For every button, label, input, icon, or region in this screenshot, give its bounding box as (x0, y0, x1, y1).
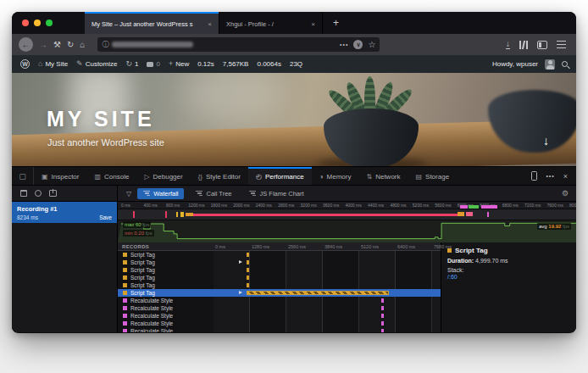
tab-performance[interactable]: ◴Performance (248, 167, 312, 185)
recalculate-style-icon (123, 298, 127, 303)
view-tab-js-flame-chart[interactable]: JS Flame Chart (243, 188, 309, 199)
waterfall-marker[interactable] (381, 329, 384, 332)
new-tab-button[interactable]: + (322, 12, 349, 34)
wp-my-site-link[interactable]: ⌂ My Site (38, 60, 68, 68)
wp-stat-memory: 7,567KB (223, 60, 249, 68)
downloads-icon[interactable]: ↓ (506, 40, 510, 49)
overview-ruler-tick: 4000 ms (346, 203, 362, 208)
waterfall-marker[interactable] (247, 253, 249, 257)
home-button[interactable]: ⌂ (80, 41, 85, 49)
waterfall-marker[interactable] (247, 283, 249, 287)
record-row-script[interactable]: Script Tag (118, 274, 441, 281)
address-bar[interactable]: ⓘ ••• ∨ ☆ (97, 37, 380, 52)
wp-comments-link[interactable]: 0 (147, 60, 159, 68)
plus-icon: + (169, 60, 173, 68)
script-tag-icon (123, 268, 127, 272)
record-row-script[interactable]: Script Tag (118, 289, 441, 297)
waterfall-marker[interactable] (381, 314, 384, 318)
fps-avg-label: avg 19.92 fps (537, 223, 571, 230)
view-tab-call-tree[interactable]: Call Tree (190, 188, 237, 199)
devtools-menu-icon[interactable]: ••• (546, 173, 554, 179)
wordpress-logo-icon[interactable]: W (20, 59, 30, 69)
tab-console[interactable]: ▥Console (86, 167, 136, 185)
record-row-style[interactable]: Recalculate Style (118, 320, 441, 327)
bookmark-star-icon[interactable]: ☆ (368, 40, 375, 49)
detail-stack-label: Stack: (447, 267, 570, 273)
tab-close-icon[interactable]: × (208, 20, 212, 28)
record-icon[interactable] (35, 190, 42, 197)
minimize-window-button[interactable] (34, 19, 41, 26)
waterfall-ruler-tick: 7680 ms (434, 244, 452, 249)
browser-tab[interactable]: My Site – Just another WordPress s× (85, 12, 219, 34)
record-row-style[interactable]: Recalculate Style (118, 312, 441, 320)
record-row-script[interactable]: Script Tag (118, 266, 441, 274)
framerate-graph[interactable]: max 60 fps min 0.20 fps avg 19.92 fps (118, 220, 576, 242)
waterfall-bar[interactable] (247, 291, 389, 295)
pocket-icon[interactable]: ∨ (353, 40, 363, 49)
reload-button[interactable]: ↻ (67, 41, 74, 49)
page-actions-icon[interactable]: ••• (340, 42, 348, 47)
tab-style-editor[interactable]: {}Style Editor (191, 167, 248, 185)
overview-ruler-tick: 8000 ms (569, 203, 576, 208)
expand-arrow-icon[interactable] (239, 260, 242, 264)
record-row-script[interactable]: Script Tag (118, 251, 441, 259)
site-info-icon[interactable]: ⓘ (102, 40, 108, 49)
tab-title: Xhgui - Profile - / (226, 20, 306, 28)
performance-settings-icon[interactable]: ⚙ (562, 189, 576, 198)
site-title[interactable]: MY SITE (47, 107, 155, 131)
wp-new-link[interactable]: + New (169, 60, 189, 68)
overview-marker (186, 213, 193, 216)
wrench-icon[interactable]: ⚒ (53, 41, 61, 49)
tab-debugger[interactable]: ▷Debugger (136, 167, 190, 185)
library-icon[interactable] (519, 41, 528, 49)
recording-item[interactable]: Recording #1 8234 ms Save (12, 202, 117, 223)
record-row-script[interactable]: Script Tag (118, 259, 441, 266)
waterfall-marker[interactable] (381, 306, 384, 310)
overview-ruler-tick: 0 ms (121, 203, 130, 208)
avatar[interactable] (545, 59, 555, 70)
clear-recordings-icon[interactable] (20, 190, 27, 197)
forward-button[interactable]: → (39, 41, 47, 49)
view-tab-icon (196, 191, 202, 197)
record-row-style[interactable]: Recalculate Style (118, 304, 441, 312)
record-row-style[interactable]: Recalculate Style (118, 297, 441, 304)
tab-storage[interactable]: ▤Storage (408, 167, 458, 185)
overview-ruler-marker (460, 205, 468, 209)
menu-icon[interactable] (557, 41, 566, 48)
record-row-script[interactable]: Script Tag (118, 281, 441, 289)
wp-updates-link[interactable]: ↻ 1 (125, 60, 138, 68)
waterfall-marker[interactable] (381, 321, 384, 326)
recalculate-style-icon (123, 306, 127, 310)
close-window-button[interactable] (22, 19, 29, 26)
view-tab-waterfall[interactable]: Waterfall (137, 188, 184, 199)
network-icon: ⇅ (366, 173, 372, 181)
script-tag-icon (123, 253, 127, 257)
tab-close-icon[interactable]: × (311, 20, 315, 28)
waterfall-marker[interactable] (247, 260, 249, 264)
tab-network[interactable]: ⇅Network (358, 167, 408, 185)
waterfall-marker[interactable] (381, 298, 384, 303)
browser-tab[interactable]: Xhgui - Profile - /× (219, 12, 322, 34)
devtools-close-icon[interactable]: × (563, 172, 568, 181)
zoom-window-button[interactable] (46, 19, 53, 26)
wp-howdy-link[interactable]: Howdy, wpuser (492, 60, 538, 68)
waterfall-marker[interactable] (247, 268, 249, 272)
detail-stack-link[interactable]: /:60 (447, 274, 570, 280)
waterfall-marker[interactable] (247, 276, 249, 280)
overview-ruler-tick: 4800 ms (390, 203, 406, 208)
recording-save-link[interactable]: Save (99, 214, 112, 220)
sidebar-icon[interactable] (537, 41, 547, 49)
scroll-down-arrow[interactable]: ↓ (543, 134, 549, 148)
back-button[interactable]: ← (19, 37, 33, 52)
record-row-style[interactable]: Recalculate Style (118, 327, 441, 332)
tab-inspector[interactable]: ▣Inspector (34, 167, 86, 185)
wp-customize-link[interactable]: ✎ Customize (76, 60, 117, 68)
import-recording-icon[interactable] (49, 190, 57, 197)
pick-element-icon[interactable]: ▢ (12, 167, 34, 185)
expand-arrow-icon[interactable] (239, 291, 242, 294)
responsive-mode-icon[interactable] (531, 171, 537, 181)
overview-markers[interactable] (118, 209, 576, 220)
waterfall-ruler-tick: 1280 ms (252, 244, 269, 249)
tab-memory[interactable]: ◑Memory (312, 167, 359, 185)
search-icon[interactable] (562, 61, 568, 67)
